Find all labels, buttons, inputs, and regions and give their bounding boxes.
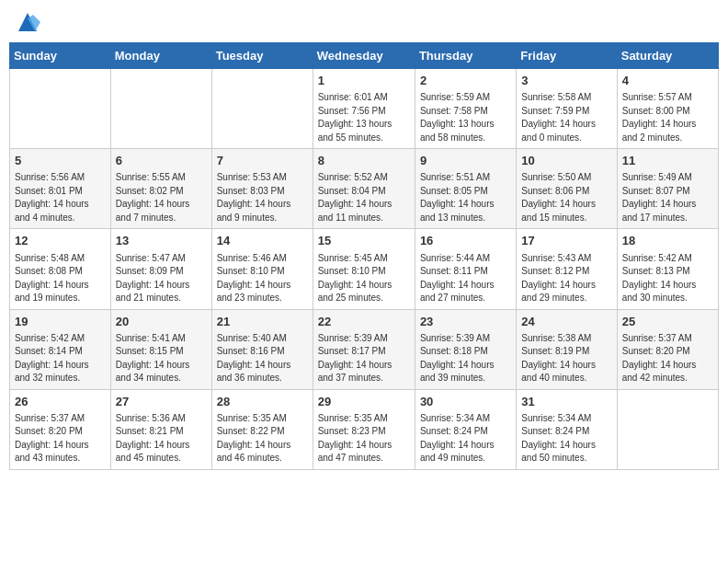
- day-info: Sunrise: 5:52 AMSunset: 8:04 PMDaylight:…: [318, 171, 410, 224]
- calendar-header-friday: Friday: [517, 43, 617, 69]
- day-number: 19: [15, 314, 106, 330]
- day-number: 26: [15, 394, 106, 410]
- day-number: 28: [217, 394, 308, 410]
- calendar-week-row: 19Sunrise: 5:42 AMSunset: 8:14 PMDayligh…: [10, 309, 719, 389]
- day-info: Sunrise: 5:53 AMSunset: 8:03 PMDaylight:…: [217, 171, 308, 224]
- calendar-cell: 22Sunrise: 5:39 AMSunset: 8:17 PMDayligh…: [313, 309, 415, 389]
- day-number: 25: [622, 314, 713, 330]
- day-info: Sunrise: 5:42 AMSunset: 8:14 PMDaylight:…: [15, 332, 106, 385]
- day-info: Sunrise: 5:44 AMSunset: 8:11 PMDaylight:…: [420, 252, 511, 305]
- calendar-cell: 10Sunrise: 5:50 AMSunset: 8:06 PMDayligh…: [517, 149, 617, 229]
- day-number: 10: [521, 153, 611, 169]
- calendar-cell: 20Sunrise: 5:41 AMSunset: 8:15 PMDayligh…: [110, 309, 211, 389]
- day-number: 17: [521, 233, 611, 249]
- day-info: Sunrise: 5:48 AMSunset: 8:08 PMDaylight:…: [15, 252, 106, 305]
- calendar-cell: 4Sunrise: 5:57 AMSunset: 8:00 PMDaylight…: [617, 69, 718, 149]
- day-number: 20: [116, 314, 207, 330]
- day-number: 2: [420, 73, 511, 89]
- logo: [13, 9, 40, 35]
- day-info: Sunrise: 5:36 AMSunset: 8:21 PMDaylight:…: [116, 412, 207, 465]
- day-info: Sunrise: 5:57 AMSunset: 8:00 PMDaylight:…: [622, 91, 713, 144]
- calendar-cell: 26Sunrise: 5:37 AMSunset: 8:20 PMDayligh…: [10, 389, 111, 469]
- calendar-week-row: 26Sunrise: 5:37 AMSunset: 8:20 PMDayligh…: [10, 389, 719, 469]
- day-info: Sunrise: 5:58 AMSunset: 7:59 PMDaylight:…: [521, 91, 611, 144]
- calendar-cell: [617, 389, 718, 469]
- day-number: 30: [420, 394, 511, 410]
- day-number: 15: [318, 233, 410, 249]
- calendar-cell: 1Sunrise: 6:01 AMSunset: 7:56 PMDaylight…: [313, 69, 415, 149]
- day-number: 21: [217, 314, 308, 330]
- calendar-cell: 3Sunrise: 5:58 AMSunset: 7:59 PMDaylight…: [517, 69, 617, 149]
- day-info: Sunrise: 5:43 AMSunset: 8:12 PMDaylight:…: [521, 252, 611, 305]
- day-info: Sunrise: 5:35 AMSunset: 8:22 PMDaylight:…: [217, 412, 308, 465]
- calendar-cell: [211, 69, 313, 149]
- calendar-cell: 24Sunrise: 5:38 AMSunset: 8:19 PMDayligh…: [517, 309, 617, 389]
- day-number: 22: [318, 314, 410, 330]
- calendar-cell: 2Sunrise: 5:59 AMSunset: 7:58 PMDaylight…: [415, 69, 516, 149]
- day-number: 27: [116, 394, 207, 410]
- day-number: 5: [15, 153, 106, 169]
- day-info: Sunrise: 5:42 AMSunset: 8:13 PMDaylight:…: [622, 252, 713, 305]
- day-info: Sunrise: 5:47 AMSunset: 8:09 PMDaylight:…: [116, 252, 207, 305]
- calendar-cell: 11Sunrise: 5:49 AMSunset: 8:07 PMDayligh…: [617, 149, 718, 229]
- calendar-cell: 6Sunrise: 5:55 AMSunset: 8:02 PMDaylight…: [110, 149, 211, 229]
- calendar-cell: [110, 69, 211, 149]
- calendar-cell: 8Sunrise: 5:52 AMSunset: 8:04 PMDaylight…: [313, 149, 415, 229]
- calendar-table: SundayMondayTuesdayWednesdayThursdayFrid…: [9, 42, 719, 470]
- day-number: 7: [217, 153, 308, 169]
- day-info: Sunrise: 5:39 AMSunset: 8:18 PMDaylight:…: [420, 332, 511, 385]
- day-number: 6: [116, 153, 207, 169]
- day-info: Sunrise: 5:59 AMSunset: 7:58 PMDaylight:…: [420, 91, 511, 144]
- day-info: Sunrise: 5:38 AMSunset: 8:19 PMDaylight:…: [521, 332, 611, 385]
- calendar-header-monday: Monday: [110, 43, 211, 69]
- calendar-cell: 16Sunrise: 5:44 AMSunset: 8:11 PMDayligh…: [415, 229, 516, 309]
- day-number: 13: [116, 233, 207, 249]
- calendar-header-tuesday: Tuesday: [211, 43, 313, 69]
- calendar-header-sunday: Sunday: [10, 43, 111, 69]
- calendar-cell: 25Sunrise: 5:37 AMSunset: 8:20 PMDayligh…: [617, 309, 718, 389]
- calendar-cell: 9Sunrise: 5:51 AMSunset: 8:05 PMDaylight…: [415, 149, 516, 229]
- day-number: 1: [318, 73, 410, 89]
- day-info: Sunrise: 5:45 AMSunset: 8:10 PMDaylight:…: [318, 252, 410, 305]
- calendar-cell: 27Sunrise: 5:36 AMSunset: 8:21 PMDayligh…: [110, 389, 211, 469]
- day-number: 24: [521, 314, 611, 330]
- day-number: 18: [622, 233, 713, 249]
- calendar-cell: 29Sunrise: 5:35 AMSunset: 8:23 PMDayligh…: [313, 389, 415, 469]
- calendar-cell: 18Sunrise: 5:42 AMSunset: 8:13 PMDayligh…: [617, 229, 718, 309]
- day-number: 11: [622, 153, 713, 169]
- calendar-cell: 14Sunrise: 5:46 AMSunset: 8:10 PMDayligh…: [211, 229, 313, 309]
- day-info: Sunrise: 5:50 AMSunset: 8:06 PMDaylight:…: [521, 171, 611, 224]
- day-info: Sunrise: 5:37 AMSunset: 8:20 PMDaylight:…: [15, 412, 106, 465]
- calendar-cell: 31Sunrise: 5:34 AMSunset: 8:24 PMDayligh…: [517, 389, 617, 469]
- day-info: Sunrise: 5:35 AMSunset: 8:23 PMDaylight:…: [318, 412, 410, 465]
- day-number: 31: [521, 394, 611, 410]
- calendar-cell: 13Sunrise: 5:47 AMSunset: 8:09 PMDayligh…: [110, 229, 211, 309]
- calendar-cell: 23Sunrise: 5:39 AMSunset: 8:18 PMDayligh…: [415, 309, 516, 389]
- day-info: Sunrise: 5:46 AMSunset: 8:10 PMDaylight:…: [217, 252, 308, 305]
- calendar-header-thursday: Thursday: [415, 43, 516, 69]
- calendar-week-row: 12Sunrise: 5:48 AMSunset: 8:08 PMDayligh…: [10, 229, 719, 309]
- day-number: 4: [622, 73, 713, 89]
- day-info: Sunrise: 5:56 AMSunset: 8:01 PMDaylight:…: [15, 171, 106, 224]
- calendar-cell: [10, 69, 111, 149]
- calendar-cell: 30Sunrise: 5:34 AMSunset: 8:24 PMDayligh…: [415, 389, 516, 469]
- page-header: [9, 9, 719, 35]
- day-number: 12: [15, 233, 106, 249]
- day-number: 14: [217, 233, 308, 249]
- calendar-cell: 15Sunrise: 5:45 AMSunset: 8:10 PMDayligh…: [313, 229, 415, 309]
- day-number: 29: [318, 394, 410, 410]
- calendar-cell: 12Sunrise: 5:48 AMSunset: 8:08 PMDayligh…: [10, 229, 111, 309]
- day-number: 16: [420, 233, 511, 249]
- calendar-cell: 28Sunrise: 5:35 AMSunset: 8:22 PMDayligh…: [211, 389, 313, 469]
- day-info: Sunrise: 5:55 AMSunset: 8:02 PMDaylight:…: [116, 171, 207, 224]
- calendar-header-saturday: Saturday: [617, 43, 718, 69]
- calendar-cell: 21Sunrise: 5:40 AMSunset: 8:16 PMDayligh…: [211, 309, 313, 389]
- calendar-week-row: 1Sunrise: 6:01 AMSunset: 7:56 PMDaylight…: [10, 69, 719, 149]
- day-info: Sunrise: 5:37 AMSunset: 8:20 PMDaylight:…: [622, 332, 713, 385]
- day-number: 8: [318, 153, 410, 169]
- day-number: 9: [420, 153, 511, 169]
- day-info: Sunrise: 5:49 AMSunset: 8:07 PMDaylight:…: [622, 171, 713, 224]
- day-info: Sunrise: 5:34 AMSunset: 8:24 PMDaylight:…: [521, 412, 611, 465]
- calendar-header-wednesday: Wednesday: [313, 43, 415, 69]
- day-info: Sunrise: 5:41 AMSunset: 8:15 PMDaylight:…: [116, 332, 207, 385]
